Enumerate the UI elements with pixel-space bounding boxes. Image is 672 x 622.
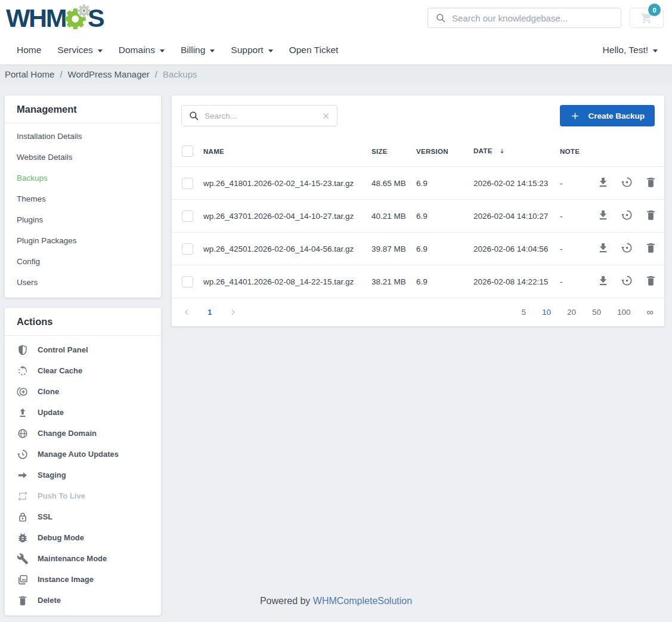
table-search-input[interactable] [205, 112, 316, 120]
chevron-right-icon[interactable] [228, 308, 237, 317]
restore-icon[interactable] [621, 176, 633, 188]
row-checkbox[interactable] [182, 276, 193, 287]
row-checkbox[interactable] [182, 178, 193, 189]
delete-icon[interactable] [645, 176, 657, 188]
sidebar-item-installation-details[interactable]: Installation Details [5, 126, 161, 147]
sidebar-item-users[interactable]: Users [5, 272, 161, 293]
sidebar-item-backups[interactable]: Backups [5, 168, 161, 188]
breadcrumb-separator: / [155, 69, 157, 79]
page-size-20[interactable]: 20 [567, 308, 576, 317]
actions-panel-title: Actions [5, 308, 161, 336]
row-checkbox[interactable] [182, 243, 193, 255]
breadcrumb-portal-home[interactable]: Portal Home [5, 69, 54, 79]
backup-name: wp.26_41801.2026-02-02_14-15-23.tar.gz [203, 167, 371, 200]
download-icon[interactable] [597, 209, 609, 221]
action-instance-image[interactable]: Instance Image [5, 569, 161, 590]
nav-label: Support [231, 45, 263, 55]
column-header-date[interactable]: DATE [473, 136, 560, 167]
action-control-panel[interactable]: Control Panel [5, 339, 161, 360]
knowledgebase-search-input[interactable] [452, 13, 614, 23]
chevron-down-icon [268, 49, 273, 52]
content: Management Installation Details Website … [0, 83, 672, 615]
clear-icon[interactable] [321, 112, 330, 120]
download-icon[interactable] [597, 242, 609, 254]
sort-desc-icon [498, 147, 506, 155]
table-row: wp.26_41801.2026-02-02_14-15-23.tar.gz 4… [172, 167, 664, 200]
nav-item-support[interactable]: Support [231, 45, 272, 55]
action-maintenance-mode[interactable]: Maintenance Mode [5, 548, 161, 569]
nav-label: Billing [181, 45, 205, 55]
main-content: Create Backup NAME SIZE VERSION DATE [172, 95, 664, 326]
page-size-10[interactable]: 10 [542, 308, 551, 317]
pagination: 1 5 10 20 50 100 ∞ [172, 298, 664, 326]
delete-icon[interactable] [645, 242, 657, 254]
nav-item-open-ticket[interactable]: Open Ticket [289, 45, 339, 55]
shield-icon [17, 344, 29, 356]
nav-label: Services [57, 45, 92, 55]
nav-label: Domains [119, 45, 155, 55]
nav-item-billing[interactable]: Billing [181, 45, 215, 55]
footer: Powered by WHMCompleteSolution [0, 596, 672, 606]
download-icon[interactable] [597, 274, 609, 287]
restore-icon[interactable] [621, 209, 633, 221]
clear-cache-icon [17, 365, 29, 377]
action-staging[interactable]: Staging [5, 465, 161, 485]
site-header: WHM [0, 0, 672, 36]
nav-item-services[interactable]: Services [57, 45, 102, 55]
backup-version: 6.9 [416, 265, 473, 298]
management-panel: Management Installation Details Website … [5, 95, 161, 298]
action-label: Change Domain [38, 429, 97, 438]
page-size-100[interactable]: 100 [617, 308, 631, 317]
action-ssl[interactable]: SSL [5, 506, 161, 527]
page-size-50[interactable]: 50 [592, 308, 601, 317]
sidebar-item-config[interactable]: Config [5, 251, 161, 272]
action-label: Staging [38, 471, 66, 479]
action-clone[interactable]: Clone [5, 381, 161, 402]
account-menu[interactable]: Hello, Test! [603, 45, 658, 55]
whmcs-footer-link[interactable]: WHMCompleteSolution [313, 596, 412, 606]
action-debug-mode[interactable]: Debug Mode [5, 527, 161, 548]
backup-date: 2026-02-06 14:04:56 [473, 233, 560, 265]
restore-icon[interactable] [621, 242, 633, 254]
backup-version: 6.9 [416, 200, 473, 233]
row-checkbox[interactable] [182, 211, 193, 222]
table-row: wp.26_41401.2026-02-08_14-22-15.tar.gz 3… [172, 265, 664, 298]
breadcrumb-current: Backups [163, 69, 197, 79]
search-icon [435, 13, 446, 23]
sidebar-item-plugins[interactable]: Plugins [5, 209, 161, 230]
upload-icon [17, 407, 29, 419]
chevron-down-icon [210, 49, 215, 52]
breadcrumb-wordpress-manager[interactable]: WordPress Manager [68, 69, 150, 79]
action-label: Clear Cache [38, 366, 82, 375]
delete-icon[interactable] [645, 274, 657, 287]
history-icon [17, 448, 29, 460]
clone-icon [17, 386, 29, 398]
page-size-5[interactable]: 5 [521, 308, 526, 317]
action-change-domain[interactable]: Change Domain [5, 423, 161, 444]
download-icon[interactable] [597, 176, 609, 188]
delete-icon[interactable] [645, 209, 657, 221]
nav-item-domains[interactable]: Domains [119, 45, 165, 55]
backup-size: 48.65 MB [371, 167, 416, 200]
arrow-right-icon [17, 469, 29, 481]
sidebar-item-plugin-packages[interactable]: Plugin Packages [5, 230, 161, 251]
bug-icon [17, 532, 29, 544]
restore-icon[interactable] [621, 274, 633, 287]
select-all-checkbox[interactable] [182, 146, 193, 157]
action-label: Control Panel [38, 345, 88, 354]
page-number[interactable]: 1 [208, 308, 212, 317]
action-clear-cache[interactable]: Clear Cache [5, 360, 161, 381]
nav-item-home[interactable]: Home [17, 45, 41, 55]
backup-version: 6.9 [416, 233, 473, 265]
action-manage-auto-updates[interactable]: Manage Auto Updates [5, 444, 161, 465]
sidebar-item-website-details[interactable]: Website Details [5, 147, 161, 168]
whmcs-logo[interactable]: WHM [6, 4, 103, 32]
create-backup-button[interactable]: Create Backup [560, 105, 655, 126]
page-size-unlimited[interactable]: ∞ [647, 307, 654, 318]
main-nav: Home Services Domains Billing Support Op… [0, 36, 672, 64]
sidebar-item-themes[interactable]: Themes [5, 188, 161, 209]
cart-button[interactable]: 0 [630, 8, 664, 28]
action-update[interactable]: Update [5, 402, 161, 423]
action-label: Clone [38, 387, 59, 396]
chevron-left-icon[interactable] [182, 308, 191, 317]
